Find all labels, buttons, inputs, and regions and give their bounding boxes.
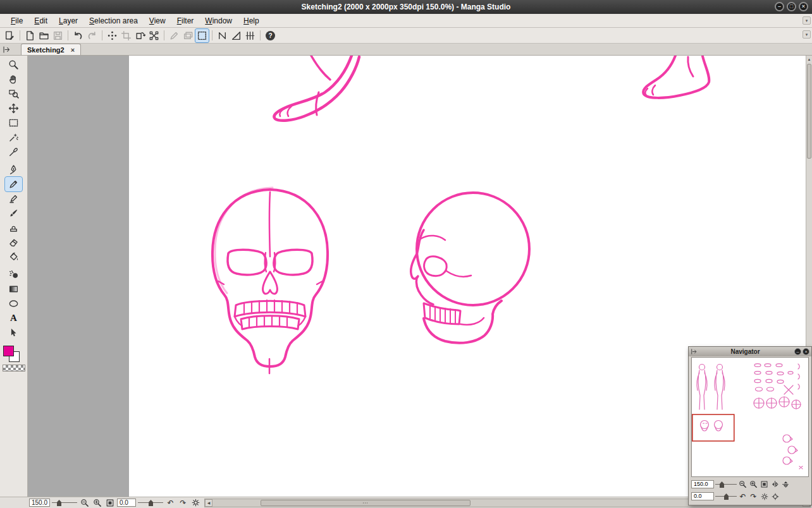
statusbar-zoom-slider[interactable]: [52, 499, 77, 507]
airbrush-tool-button[interactable]: [5, 267, 22, 282]
horizontal-scroll-thumb[interactable]: [261, 500, 471, 506]
navigator-rotation-input[interactable]: 0.0: [691, 492, 714, 500]
open-button[interactable]: [37, 29, 51, 42]
pen-tool-button[interactable]: [5, 162, 22, 177]
hand-tool-button[interactable]: [5, 72, 22, 87]
undo-button[interactable]: [71, 29, 85, 42]
navigator-zoom-out-button[interactable]: [738, 480, 747, 489]
navigator-minimize-button[interactable]: –: [794, 348, 801, 355]
navigator-crosshair-button[interactable]: [770, 492, 780, 501]
panel-menu-icon[interactable]: [691, 348, 698, 355]
navigator-header[interactable]: Navigator – ×: [689, 347, 811, 356]
snap-points-button[interactable]: [106, 29, 119, 42]
minimize-button[interactable]: –: [775, 2, 784, 11]
menubar-collapse-button[interactable]: ▾: [803, 16, 811, 25]
rotation-slider-handle[interactable]: [149, 500, 153, 506]
zoom-area-tool-button[interactable]: [5, 87, 22, 101]
foreground-color-swatch[interactable]: [3, 346, 14, 356]
eraser-tool-button[interactable]: [5, 235, 22, 250]
pattern-brush-tool-button[interactable]: [5, 221, 22, 235]
layers-button[interactable]: [181, 29, 195, 42]
menu-edit[interactable]: Edit: [28, 15, 53, 27]
zoom-tool-button[interactable]: [5, 57, 22, 72]
marquee-tool-button[interactable]: [5, 116, 22, 130]
navigator-reset-rotation-button[interactable]: [760, 492, 769, 501]
statusbar-rotation-input[interactable]: 0.0: [117, 499, 136, 507]
scroll-left-icon[interactable]: ◀: [205, 499, 212, 507]
navigator-rotation-handle[interactable]: [724, 493, 729, 500]
zoom-in-icon: [93, 499, 102, 507]
menu-window[interactable]: Window: [199, 15, 238, 27]
statusbar-reset-view-button[interactable]: [190, 498, 201, 508]
navigator-zoom-handle[interactable]: [720, 481, 724, 488]
scroll-up-icon[interactable]: ▲: [806, 56, 812, 63]
pencil-tool-button[interactable]: [5, 177, 22, 191]
menu-help[interactable]: Help: [238, 15, 265, 27]
close-button[interactable]: ×: [799, 2, 808, 11]
statusbar-rotate-ccw-button[interactable]: ↶: [165, 498, 176, 508]
tab-close-icon[interactable]: ×: [71, 46, 75, 54]
transform-button[interactable]: [147, 29, 161, 42]
toolbar-collapse-button[interactable]: ▾: [803, 30, 811, 39]
maximize-button[interactable]: □: [787, 2, 796, 11]
menu-filter[interactable]: Filter: [171, 15, 200, 27]
navigator-flip-v-button[interactable]: [781, 480, 790, 489]
navigator-zoom-in-button[interactable]: [749, 480, 758, 489]
rotate-ccw-icon: ↶: [168, 499, 174, 507]
rotate-canvas-button[interactable]: [133, 29, 147, 42]
statusbar-zoom-in-button[interactable]: [92, 498, 102, 508]
new-document-button[interactable]: [23, 29, 37, 42]
navigator-zoom-input[interactable]: 150.0: [691, 480, 714, 488]
move-tool-button[interactable]: [5, 101, 22, 116]
tab-sketching2[interactable]: Sketching2 ×: [21, 44, 81, 55]
help-button[interactable]: ?: [264, 29, 277, 42]
transparent-color-swatch[interactable]: [3, 365, 25, 372]
edit-pen-button[interactable]: [168, 29, 181, 42]
redo-button[interactable]: [85, 29, 99, 42]
navigator-fit-button[interactable]: [760, 480, 769, 489]
statusbar-rotation-slider[interactable]: [138, 499, 163, 507]
snap-line-button[interactable]: [216, 29, 229, 42]
statusbar-zoom-input[interactable]: 150.0: [29, 499, 50, 507]
menu-file[interactable]: File: [5, 15, 28, 27]
navigator-flip-h-button[interactable]: [770, 480, 780, 489]
crop-button[interactable]: [120, 29, 133, 42]
gradient-tool-button[interactable]: [5, 282, 22, 296]
object-selector-tool-button[interactable]: [5, 325, 22, 340]
statusbar-zoom-out-button[interactable]: [79, 498, 90, 508]
fill-tool-button[interactable]: [5, 250, 22, 264]
navigator-rotate-cw-button[interactable]: ↷: [749, 492, 758, 501]
statusbar-rotate-cw-button[interactable]: ↷: [178, 498, 188, 508]
navigator-controls: 150.0 0.0 ↶ ↷: [691, 479, 809, 503]
selection-mode-button[interactable]: [195, 29, 209, 42]
statusbar-fit-button[interactable]: [104, 498, 115, 508]
snap-parallel-button[interactable]: [243, 29, 257, 42]
navigator-rotate-ccw-button[interactable]: ↶: [738, 492, 747, 501]
page-settings-button[interactable]: [3, 29, 16, 42]
text-tool-button[interactable]: A: [5, 311, 22, 325]
triangle-ruler-icon: [231, 30, 242, 41]
brush-icon: [8, 208, 19, 219]
eyedropper-tool-button[interactable]: [5, 145, 22, 159]
navigator-zoom-slider[interactable]: [715, 480, 737, 488]
marker-tool-button[interactable]: [5, 191, 22, 206]
dock-panel-button[interactable]: [3, 45, 11, 54]
vertical-scroll-thumb[interactable]: [807, 64, 811, 159]
zoom-slider-handle[interactable]: [57, 500, 61, 506]
menu-selection-area[interactable]: Selection area: [83, 15, 144, 27]
navigator-rotation-slider[interactable]: [715, 492, 737, 500]
magic-wand-tool-button[interactable]: [5, 130, 22, 145]
snap-ruler-button[interactable]: [230, 29, 243, 42]
magnifier-icon: [8, 59, 19, 70]
navigator-view-rect[interactable]: [692, 414, 734, 441]
zoom-area-icon: [8, 88, 19, 99]
menu-view[interactable]: View: [144, 15, 171, 27]
figure-tool-button[interactable]: [5, 296, 22, 311]
brush-tool-button[interactable]: [5, 206, 22, 221]
save-button[interactable]: [51, 29, 65, 42]
menu-layer[interactable]: Layer: [53, 15, 83, 27]
navigator-thumbnail[interactable]: [691, 357, 809, 477]
flip-horizontal-icon: [771, 480, 779, 488]
navigator-close-button[interactable]: ×: [803, 348, 809, 355]
line-snap-icon: [217, 30, 228, 41]
